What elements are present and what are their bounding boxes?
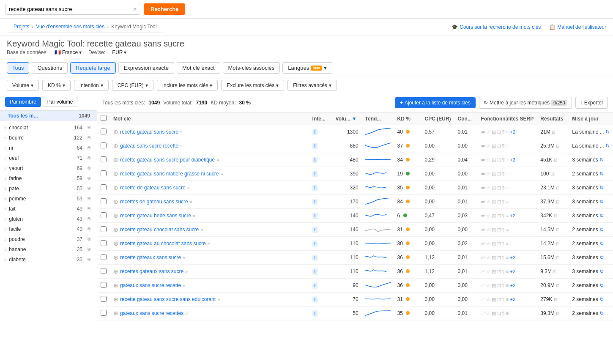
add-kw-icon[interactable]: ⊕ (113, 170, 118, 177)
col-update-header[interactable]: Mise à jour (569, 112, 613, 125)
eye-icon[interactable]: 👁 (87, 206, 92, 212)
row-checkbox[interactable] (101, 198, 107, 204)
kd-filter[interactable]: KD % ▾ (42, 80, 71, 91)
col-results-header[interactable]: Résultats (537, 112, 569, 125)
row-checkbox[interactable] (101, 129, 107, 134)
add-kw-icon[interactable]: ⊕ (113, 282, 118, 289)
advanced-filter[interactable]: Filtres avancés ▾ (287, 80, 337, 91)
tab-questions[interactable]: Questions (32, 62, 68, 74)
keyword-link[interactable]: recette gateau sans sucre (120, 129, 178, 135)
lang-button[interactable]: Langues beta ▾ (282, 62, 332, 74)
row-checkbox[interactable] (101, 212, 107, 218)
keyword-link[interactable]: recettes gateaux sans sucre (120, 268, 183, 274)
refresh-row-icon[interactable]: ↻ (605, 129, 610, 135)
sort-par-nombre-button[interactable]: Par nombre (5, 97, 41, 107)
refresh-row-icon[interactable]: ↻ (599, 227, 604, 233)
refresh-row-icon[interactable]: ↻ (599, 157, 604, 163)
eye-icon[interactable]: 👁 (87, 246, 92, 252)
sidebar-item-banane[interactable]: › banane 35 👁 (0, 244, 97, 255)
breadcrumb-vue-ensemble[interactable]: Vue d'ensemble des mots clés (36, 24, 104, 30)
col-mot-cle-header[interactable]: Mot clé (110, 112, 309, 125)
export-button[interactable]: ↑ Exporter (575, 97, 608, 109)
refresh-row-icon[interactable]: ↻ (599, 185, 604, 191)
refresh-row-icon[interactable]: ↻ (605, 143, 610, 149)
add-kw-icon[interactable]: ⊕ (113, 142, 118, 149)
row-checkbox[interactable] (101, 254, 107, 260)
row-checkbox[interactable] (101, 184, 107, 190)
row-checkbox[interactable] (101, 268, 107, 274)
add-kw-icon[interactable]: ⊕ (113, 156, 118, 163)
sidebar-item-yaourt[interactable]: › yaourt 69 👁 (0, 163, 97, 173)
add-kw-button[interactable]: + Ajouter à la liste de mots clés (395, 97, 476, 108)
keyword-link[interactable]: recette gateau bebe sans sucre (120, 213, 191, 219)
refresh-row-icon[interactable]: ↻ (599, 282, 604, 288)
eye-icon[interactable]: 👁 (87, 186, 92, 192)
sidebar-item-poudre[interactable]: › poudre 37 👁 (0, 234, 97, 244)
search-clear-icon[interactable]: × (133, 6, 137, 13)
eye-icon[interactable]: 👁 (87, 155, 92, 161)
keyword-link[interactable]: recette gateau sans sucre pour diabetiqu… (120, 157, 215, 163)
update-metrics-button[interactable]: ↻ Mettre à jour les métriques 0/250 (479, 97, 572, 109)
col-serp-header[interactable]: Fonctionnalités SERP (478, 112, 537, 125)
eye-icon[interactable]: 👁 (87, 145, 92, 151)
refresh-row-icon[interactable]: ↻ (599, 255, 604, 260)
tab-requete-large[interactable]: Requête large (70, 62, 116, 74)
row-checkbox[interactable] (101, 296, 107, 302)
keyword-link[interactable]: gateaux sans sucre recettes (120, 310, 183, 316)
eye-icon[interactable]: 👁 (87, 196, 92, 202)
add-kw-icon[interactable]: ⊕ (113, 129, 118, 135)
col-kd-header[interactable]: KD % (394, 112, 421, 125)
db-selector[interactable]: 🇫🇷 France ▾ (55, 49, 82, 55)
refresh-row-icon[interactable]: ↻ (599, 268, 604, 274)
add-kw-icon[interactable]: ⊕ (113, 310, 118, 317)
add-kw-icon[interactable]: ⊕ (113, 268, 118, 275)
eye-icon[interactable]: 👁 (87, 226, 92, 232)
volume-filter[interactable]: Volume ▾ (7, 80, 39, 91)
refresh-row-icon[interactable]: ↻ (599, 296, 604, 302)
keyword-link[interactable]: recette gateau chocolat sans sucre (120, 227, 199, 233)
sidebar-item-oeuf[interactable]: › oeuf 71 👁 (0, 153, 97, 163)
row-checkbox[interactable] (101, 240, 107, 246)
sidebar-item-facile[interactable]: › facile 40 👁 (0, 224, 97, 234)
col-con-header[interactable]: Con... (454, 112, 478, 125)
eye-icon[interactable]: 👁 (87, 236, 92, 242)
keyword-link[interactable]: recettes de gateau sans sucre (120, 199, 188, 205)
keyword-link[interactable]: recette gateau sans sucre sans edulcoran… (120, 296, 216, 302)
row-checkbox[interactable] (101, 282, 107, 288)
sidebar-item-pomme[interactable]: › pomme 53 👁 (0, 194, 97, 204)
add-kw-icon[interactable]: ⊕ (113, 240, 118, 247)
add-kw-icon[interactable]: ⊕ (113, 226, 118, 233)
sidebar-item-all[interactable]: Tous les m... 1049 (0, 111, 97, 121)
include-filter[interactable]: Inclure les mots clés ▾ (157, 80, 218, 91)
refresh-row-icon[interactable]: ↻ (599, 171, 604, 177)
sidebar-item-lait[interactable]: › lait 49 👁 (0, 204, 97, 214)
eye-icon[interactable]: 👁 (87, 216, 92, 222)
col-tendance-header[interactable]: Tend... (362, 112, 394, 125)
sort-par-volume-button[interactable]: Par volume (43, 97, 78, 107)
keyword-link[interactable]: gateau sans sucre recette (120, 143, 178, 149)
eye-icon[interactable]: 👁 (87, 175, 92, 181)
eye-icon[interactable]: 👁 (87, 257, 92, 263)
row-checkbox[interactable] (101, 156, 107, 162)
sidebar-item-ni[interactable]: › ni 84 👁 (0, 143, 97, 153)
row-checkbox[interactable] (101, 170, 107, 176)
row-checkbox[interactable] (101, 142, 107, 148)
eye-icon[interactable]: 👁 (87, 125, 92, 131)
add-kw-icon[interactable]: ⊕ (113, 184, 118, 191)
row-checkbox[interactable] (101, 226, 107, 232)
sidebar-item-chocolat[interactable]: › chocolat 164 👁 (0, 123, 97, 133)
refresh-row-icon[interactable]: ↻ (599, 310, 604, 316)
select-all-checkbox[interactable] (101, 115, 107, 121)
search-input-wrap[interactable]: × (5, 4, 140, 15)
breadcrumb-projets[interactable]: Projets (14, 24, 29, 30)
keyword-link[interactable]: recette gateau sans matiere grasse ni su… (120, 171, 219, 177)
keyword-link[interactable]: gateaux sans sucre recette (120, 282, 181, 288)
keyword-link[interactable]: recette gateau au chocolat sans sucre (120, 241, 206, 246)
col-intention-header[interactable]: Inte... (309, 112, 332, 125)
exclude-filter[interactable]: Exclure les mots clés ▾ (221, 80, 284, 91)
refresh-row-icon[interactable]: ↻ (599, 199, 604, 205)
eye-icon[interactable]: 👁 (87, 165, 92, 171)
col-volume-header[interactable]: Volu... ▼ (332, 112, 362, 125)
sidebar-item-farine[interactable]: › farine 59 👁 (0, 173, 97, 183)
search-input[interactable] (9, 6, 131, 12)
